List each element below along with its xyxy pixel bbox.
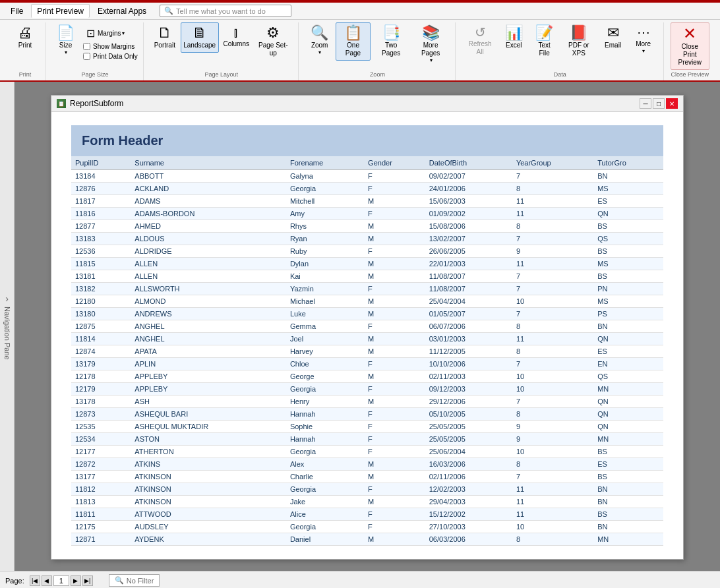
table-cell: ATHERTON: [131, 446, 286, 458]
menu-external-apps[interactable]: External Apps: [92, 5, 152, 18]
search-bar[interactable]: 🔍 Tell me what you want to do: [160, 5, 291, 17]
table-cell: F: [364, 421, 425, 433]
zoom-button[interactable]: 🔍 Zoom ▾: [305, 22, 334, 59]
minimize-button[interactable]: ─: [640, 98, 651, 109]
more-pages-button[interactable]: 📚 More Pages ▾: [411, 22, 450, 67]
table-cell: Joel: [286, 333, 364, 345]
table-cell: 16/03/2006: [425, 458, 512, 471]
maximize-button[interactable]: □: [653, 98, 665, 109]
ribbon-group-zoom: 🔍 Zoom ▾ 📋 One Page 📑 Two Pages 📚 More P…: [300, 22, 456, 80]
close-button[interactable]: ✕: [666, 98, 678, 109]
table-cell: 7: [512, 396, 593, 408]
prev-page-button[interactable]: ◀: [42, 575, 52, 586]
table-cell: F: [364, 320, 425, 333]
table-row: 13183ALDOUSRyanM13/02/20077QS: [71, 233, 663, 245]
table-row: 13180ANDREWSLukeM01/05/20077PS: [71, 308, 663, 320]
table-cell: ATTWOOD: [131, 508, 286, 521]
ribbon-group-page-layout-label: Page Layout: [204, 71, 238, 78]
table-cell: 11: [512, 258, 593, 270]
table-cell: QN: [593, 208, 663, 220]
table-cell: 12178: [71, 370, 131, 383]
table-cell: F: [364, 245, 425, 258]
next-page-button[interactable]: ▶: [71, 575, 81, 586]
print-button[interactable]: 🖨 Print: [11, 22, 40, 53]
table-cell: M: [364, 471, 425, 483]
portrait-button[interactable]: 🗋 Portrait: [150, 22, 179, 53]
window-title-text: ReportSubform: [70, 99, 123, 108]
table-cell: F: [364, 521, 425, 533]
nav-pane-label: Navigation Pane: [3, 307, 11, 360]
table-cell: 02/11/2006: [425, 471, 512, 483]
show-margins-checkbox[interactable]: [83, 43, 90, 50]
table-row: 11817ADAMSMitchellM15/06/200311ES: [71, 195, 663, 208]
first-page-button[interactable]: |◀: [30, 575, 40, 586]
table-cell: Hannah: [286, 408, 364, 421]
columns-button[interactable]: ⫿ Columns: [220, 22, 253, 51]
table-cell: Georgia: [286, 521, 364, 533]
search-placeholder: Tell me what you want to do: [176, 7, 266, 15]
table-cell: MS: [593, 258, 663, 270]
table-cell: ATKINSON: [131, 483, 286, 496]
last-page-button[interactable]: ▶|: [82, 575, 93, 586]
table-cell: ADAMS-BORDON: [131, 208, 286, 220]
print-data-only-checkbox[interactable]: [83, 53, 90, 60]
table-cell: 13179: [71, 358, 131, 370]
table-cell: 15/12/2002: [425, 508, 512, 521]
table-cell: ASHEQUL BARI: [131, 408, 286, 421]
table-cell: 8: [512, 183, 593, 195]
email-button[interactable]: ✉ Email: [599, 22, 628, 53]
margins-button[interactable]: ⊡ Margins ▾: [83, 25, 138, 42]
table-cell: 12177: [71, 446, 131, 458]
table-cell: 13180: [71, 308, 131, 320]
table-cell: Rhys: [286, 220, 364, 233]
filter-box[interactable]: 🔍 No Filter: [109, 574, 160, 587]
table-cell: F: [364, 446, 425, 458]
page-setup-button[interactable]: ⚙ Page Set-up: [254, 22, 293, 61]
table-cell: 11: [512, 508, 593, 521]
table-cell: PN: [593, 283, 663, 295]
table-cell: F: [364, 283, 425, 295]
table-cell: F: [364, 183, 425, 195]
report-content: Form Header PupilID Surname Forename Gen…: [51, 112, 683, 559]
ribbon-group-page-size: 📄 Size ▾ ⊡ Margins ▾ Show Margins Print …: [47, 22, 144, 80]
table-cell: Georgia: [286, 383, 364, 396]
window-title-bar: 📋 ReportSubform ─ □ ✕: [51, 96, 683, 112]
more-data-button[interactable]: ⋯ More ▾: [629, 22, 658, 58]
pdf-button[interactable]: 📕 PDF or XPS: [560, 22, 597, 61]
table-row: 12875ANGHELGemmaF06/07/20068BN: [71, 320, 663, 333]
table-cell: 06/03/2006: [425, 533, 512, 546]
menu-file[interactable]: File: [5, 5, 28, 18]
table-cell: 12536: [71, 245, 131, 258]
navigation-pane[interactable]: › Navigation Pane: [0, 82, 15, 571]
excel-button[interactable]: 📊 Excel: [499, 22, 528, 53]
page-setup-icon: ⚙: [266, 26, 280, 40]
table-row: 13178ASHHenryM29/12/20067QN: [71, 396, 663, 408]
text-file-button[interactable]: 📝 Text File: [529, 22, 559, 61]
size-button[interactable]: 📄 Size ▾: [52, 22, 79, 59]
table-cell: M: [364, 333, 425, 345]
table-cell: APPLEBY: [131, 383, 286, 396]
table-cell: QS: [593, 370, 663, 383]
landscape-button[interactable]: 🗎 Landscape: [181, 22, 219, 53]
table-cell: 11: [512, 208, 593, 220]
table-row: 12877AHMEDRhysM15/08/20068BS: [71, 220, 663, 233]
table-cell: 11/08/2007: [425, 270, 512, 283]
table-cell: 06/07/2006: [425, 320, 512, 333]
refresh-all-button[interactable]: ↺ Refresh All: [462, 22, 498, 59]
table-cell: 10: [512, 370, 593, 383]
close-print-preview-button[interactable]: ✕ Close Print Preview: [671, 22, 709, 70]
table-cell: M: [364, 396, 425, 408]
table-cell: EN: [593, 358, 663, 370]
page-number[interactable]: 1: [53, 575, 69, 586]
table-cell: 09/12/2003: [425, 383, 512, 396]
ribbon-group-data-label: Data: [554, 71, 566, 78]
table-cell: MS: [593, 183, 663, 195]
two-pages-button[interactable]: 📑 Two Pages: [372, 22, 410, 61]
one-page-button[interactable]: 📋 One Page: [336, 22, 371, 61]
table-cell: 12175: [71, 521, 131, 533]
menu-print-preview[interactable]: Print Preview: [31, 4, 90, 18]
table-cell: 25/05/2005: [425, 433, 512, 446]
table-cell: 12877: [71, 220, 131, 233]
table-cell: 25/04/2004: [425, 295, 512, 308]
table-cell: MN: [593, 433, 663, 446]
